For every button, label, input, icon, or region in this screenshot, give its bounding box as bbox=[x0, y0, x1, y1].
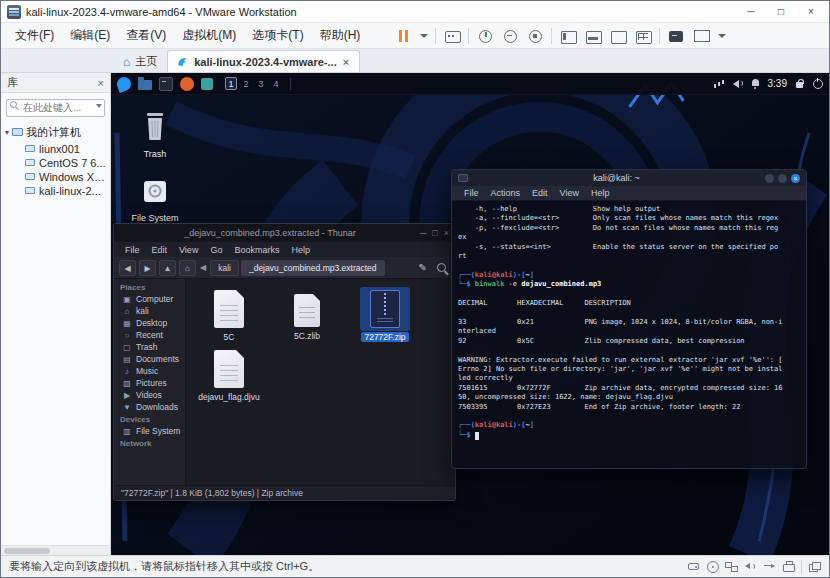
lock-icon[interactable] bbox=[794, 78, 805, 89]
cd-device-icon[interactable] bbox=[706, 561, 719, 572]
editor-icon[interactable] bbox=[201, 78, 213, 90]
thunar-menu-go[interactable]: Go bbox=[205, 245, 227, 255]
browser-icon[interactable] bbox=[180, 77, 194, 91]
panel-clock[interactable]: 3:39 bbox=[768, 78, 787, 89]
sidebar-item-computer[interactable]: ▣Computer bbox=[114, 293, 185, 305]
thunar-home-button[interactable]: ⌂ bbox=[179, 260, 196, 276]
thunar-forward-button[interactable]: ▶ bbox=[139, 260, 156, 276]
workspace-1[interactable]: 1 bbox=[225, 77, 237, 90]
network-icon[interactable] bbox=[714, 78, 725, 89]
library-tree-root[interactable]: ▾ 我的计算机 bbox=[1, 123, 110, 142]
snapshot-manager-button[interactable] bbox=[526, 27, 544, 45]
terminal-menu-help[interactable]: Help bbox=[586, 188, 615, 198]
path-scroll-left-icon[interactable]: ◀ bbox=[200, 263, 206, 272]
terminal-close-button[interactable]: × bbox=[791, 174, 800, 183]
thunar-menu-file[interactable]: File bbox=[120, 245, 145, 255]
workspace-4[interactable]: 4 bbox=[270, 77, 282, 90]
maximize-button[interactable]: □ bbox=[767, 3, 795, 21]
workspace-2[interactable]: 2 bbox=[240, 77, 252, 90]
terminal-menu-edit[interactable]: Edit bbox=[527, 188, 553, 198]
sidebar-item-file-system[interactable]: ▥File System bbox=[114, 425, 185, 437]
sidebar-item-music[interactable]: ♪Music bbox=[114, 365, 185, 377]
menubar-item-0[interactable]: 文件(F) bbox=[7, 24, 62, 47]
thunar-maximize-button[interactable]: □ bbox=[432, 228, 437, 238]
thunar-menu-bookmarks[interactable]: Bookmarks bbox=[229, 245, 284, 255]
thunar-menu-view[interactable]: View bbox=[174, 245, 203, 255]
menubar-item-4[interactable]: 选项卡(T) bbox=[244, 24, 311, 47]
terminal-icon[interactable] bbox=[159, 77, 173, 91]
file-item-5C.zlib[interactable]: 5C.zlib bbox=[269, 287, 345, 343]
usb-device-icon[interactable] bbox=[763, 561, 776, 572]
workspace-3[interactable]: 3 bbox=[255, 77, 267, 90]
sidebar-item-trash[interactable]: ▢Trash bbox=[114, 341, 185, 353]
search-dropdown-icon[interactable] bbox=[96, 104, 102, 108]
search-icon[interactable] bbox=[437, 263, 446, 272]
show-library-button[interactable] bbox=[559, 27, 577, 45]
bell-icon[interactable] bbox=[750, 78, 761, 89]
sidebar-item-kali[interactable]: ⌂kali bbox=[114, 305, 185, 317]
tab-vm-kali[interactable]: kali-linux-2023.4-vmware-... × bbox=[167, 50, 360, 72]
minimize-button[interactable]: ─ bbox=[737, 3, 765, 21]
tab-home[interactable]: ⌂ 主页 bbox=[113, 50, 167, 72]
thunar-close-button[interactable]: × bbox=[444, 228, 449, 238]
sidebar-item-desktop[interactable]: ▦Desktop bbox=[114, 317, 185, 329]
vm-display[interactable]: 1234 3:39 Trash bbox=[111, 73, 829, 555]
library-vm-item[interactable]: CentOS 7 6... bbox=[1, 156, 110, 170]
unity-button[interactable] bbox=[634, 27, 652, 45]
library-vm-item[interactable]: kali-linux-2... bbox=[1, 184, 110, 198]
sidebar-item-downloads[interactable]: ▼Downloads bbox=[114, 401, 185, 413]
hdd-device-icon[interactable] bbox=[687, 561, 700, 572]
sidebar-item-pictures[interactable]: ▧Pictures bbox=[114, 377, 185, 389]
prn-device-icon[interactable] bbox=[782, 561, 795, 572]
expander-icon[interactable]: ▾ bbox=[5, 128, 9, 137]
display-settings-button[interactable] bbox=[692, 27, 710, 45]
search-input[interactable] bbox=[6, 99, 105, 117]
path-segment-0[interactable]: kali bbox=[210, 260, 239, 276]
tab-close-icon[interactable]: × bbox=[342, 56, 350, 68]
scrollbar-thumb[interactable] bbox=[4, 548, 50, 554]
file-manager-icon[interactable] bbox=[138, 80, 152, 90]
library-vm-item[interactable]: Windows XP... bbox=[1, 170, 110, 184]
menubar-item-1[interactable]: 编辑(E) bbox=[62, 24, 118, 47]
fullscreen-button[interactable] bbox=[609, 27, 627, 45]
terminal-menu-view[interactable]: View bbox=[555, 188, 584, 198]
thunar-titlebar[interactable]: _dejavu_combined.mp3.extracted - Thunar … bbox=[114, 224, 455, 242]
menubar-item-5[interactable]: 帮助(H) bbox=[312, 24, 369, 47]
terminal-titlebar[interactable]: kali@kali: ~ × bbox=[452, 170, 806, 186]
file-item-dejavu_flag.djvu[interactable]: dejavu_flag.djvu bbox=[191, 347, 267, 403]
rename-icon[interactable]: ✎ bbox=[417, 262, 429, 273]
desktop-icon-file-system[interactable]: File System bbox=[125, 177, 185, 223]
thunar-back-button[interactable]: ◀ bbox=[119, 260, 136, 276]
library-vm-item[interactable]: liunx001 bbox=[1, 142, 110, 156]
terminal-maximize-button[interactable] bbox=[778, 174, 787, 183]
volume-icon[interactable] bbox=[732, 78, 743, 89]
library-hscrollbar[interactable] bbox=[1, 545, 110, 555]
kali-menu-icon[interactable] bbox=[115, 75, 133, 93]
display-caret[interactable] bbox=[717, 27, 726, 45]
thunar-menu-help[interactable]: Help bbox=[286, 245, 315, 255]
sidebar-item-documents[interactable]: ▤Documents bbox=[114, 353, 185, 365]
sidebar-item-videos[interactable]: ▶Videos bbox=[114, 389, 185, 401]
show-thumbnails-button[interactable] bbox=[584, 27, 602, 45]
power-icon[interactable] bbox=[812, 78, 823, 89]
menubar-item-2[interactable]: 查看(V) bbox=[118, 24, 174, 47]
terminal-minimize-button[interactable] bbox=[765, 174, 774, 183]
thunar-minimize-button[interactable]: ─ bbox=[420, 228, 426, 238]
desktop-icon-trash[interactable]: Trash bbox=[125, 111, 185, 159]
restore-window-icon[interactable] bbox=[808, 561, 821, 572]
thunar-menu-edit[interactable]: Edit bbox=[147, 245, 173, 255]
revert-snapshot-button[interactable] bbox=[501, 27, 519, 45]
terminal-menu-actions[interactable]: Actions bbox=[486, 188, 526, 198]
library-close-icon[interactable]: × bbox=[98, 77, 104, 89]
take-snapshot-button[interactable] bbox=[476, 27, 494, 45]
suspend-caret[interactable] bbox=[419, 27, 428, 45]
sidebar-item-recent[interactable]: ○Recent bbox=[114, 329, 185, 341]
file-item-5C[interactable]: 5C bbox=[191, 287, 267, 343]
net-device-icon[interactable] bbox=[725, 561, 738, 572]
console-view-button[interactable] bbox=[667, 27, 685, 45]
snd-device-icon[interactable] bbox=[744, 561, 757, 572]
ctrl-alt-del-button[interactable] bbox=[443, 27, 461, 45]
terminal-output[interactable]: -h, --help Show help output -a, --finclu… bbox=[452, 201, 806, 468]
suspend-button[interactable] bbox=[394, 27, 412, 45]
close-button[interactable]: × bbox=[797, 3, 825, 21]
